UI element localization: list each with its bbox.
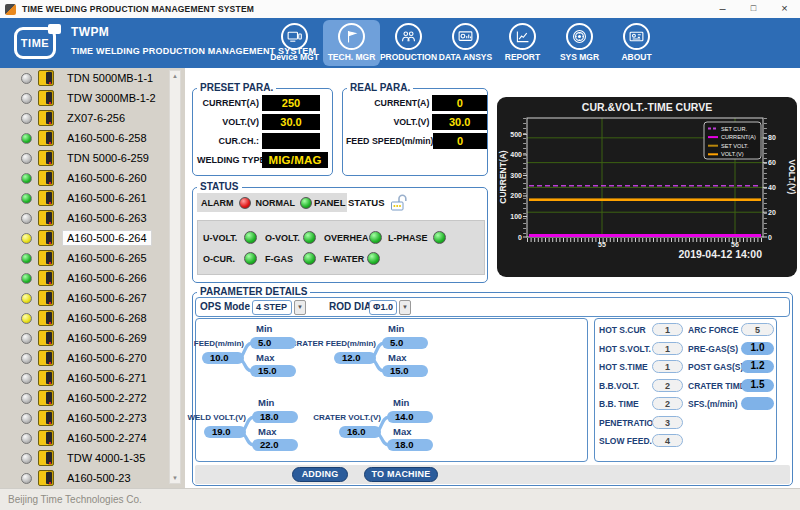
normal-label: NORMAL	[256, 198, 296, 208]
status-panel: STATUS ALARM NORMAL PANEL STATUS U-VOLT.…	[192, 187, 488, 283]
feed-speed-label: FEED SPEED(m/min)	[346, 136, 430, 146]
device-list-item[interactable]: A160-500-2-272	[0, 388, 168, 408]
param-field-pre-gas-s[interactable]: 1.0	[741, 342, 774, 355]
nav-item-data-ansys[interactable]: DATA ANSYS	[437, 20, 494, 66]
nav-item-report[interactable]: REPORT	[494, 20, 551, 66]
device-list-item[interactable]: A160-500-6-265	[0, 248, 168, 268]
param-field-b-b-time[interactable]: 2	[652, 397, 683, 410]
param-field-sfs-m-min[interactable]	[741, 397, 774, 410]
nav-item-about[interactable]: ABOUT	[608, 20, 665, 66]
set-value-field[interactable]: 10.0	[202, 352, 244, 364]
app-statusbar: Beijing Time Technologies Co.	[0, 488, 800, 510]
ops-mode-select[interactable]: 4 STEP ▼	[252, 300, 306, 315]
param-field-hot-s-cur[interactable]: 1	[652, 323, 683, 336]
device-list-item[interactable]: A160-500-23	[0, 468, 168, 488]
min-value-field[interactable]: 5.0	[382, 337, 428, 349]
device-list-item[interactable]: A160-500-6-258	[0, 128, 168, 148]
param-field-slow-feed[interactable]: 4	[652, 434, 683, 447]
scroll-down-icon[interactable]: ▼	[170, 475, 180, 481]
rod-dia-select[interactable]: Φ1.0 ▼	[369, 300, 411, 315]
sidebar-scrollbar[interactable]: ▲ ▼	[169, 70, 181, 484]
app-window: TIME WELDING PRODUCTION MANAGEMENT SYSTE…	[0, 0, 800, 510]
min-value-field[interactable]: 18.0	[252, 411, 298, 423]
device-list-item[interactable]: ZX07-6-256	[0, 108, 168, 128]
nav-label: DATA ANSYS	[439, 52, 492, 62]
extra-param-row: HOT S.CUR1ARC FORCE5	[595, 323, 776, 338]
panel-status: PANEL STATUS	[314, 193, 410, 212]
svg-text:0: 0	[518, 234, 522, 241]
welding-type-display: MIG/MAG	[262, 152, 328, 168]
device-list-item[interactable]: A160-500-6-267	[0, 288, 168, 308]
max-value-field[interactable]: 15.0	[250, 365, 296, 377]
close-icon[interactable]: ×	[769, 0, 800, 18]
param-field-b-b-volt[interactable]: 2	[652, 379, 683, 392]
param-field-crater-time-s[interactable]: 1.5	[741, 379, 774, 392]
chevron-down-icon[interactable]: ▼	[399, 300, 411, 315]
device-list-item[interactable]: A160-500-6-261	[0, 188, 168, 208]
nav-item-production[interactable]: PRODUCTION	[380, 20, 437, 66]
device-list-item[interactable]: TDN 5000-6-259	[0, 148, 168, 168]
real-current-label: CURRENT(A)	[346, 98, 429, 108]
svg-text:500: 500	[510, 131, 522, 138]
normal-led	[300, 197, 312, 209]
svg-text:55: 55	[598, 241, 606, 248]
status-led-gray	[21, 393, 32, 404]
param-field-penetration[interactable]: 3	[652, 416, 683, 429]
maximize-icon[interactable]: □	[738, 0, 769, 18]
param-label-hot-s-time: HOT S.TIME	[599, 362, 648, 372]
device-list-item[interactable]: A160-500-6-260	[0, 168, 168, 188]
device-list-item[interactable]: TDW 4000-1-35	[0, 448, 168, 468]
status-led-gray	[21, 213, 32, 224]
indicator-cell: O-CUR.	[203, 252, 265, 265]
device-list-item[interactable]: TDN 5000MB-1-1	[0, 68, 168, 88]
min-label: Min	[393, 397, 409, 408]
device-list-item[interactable]: A160-500-6-270	[0, 348, 168, 368]
max-value-field[interactable]: 18.0	[387, 439, 433, 451]
param-group-crater-volt-v: CRATER VOLT.(V)Min14.016.0Max18.0	[335, 396, 437, 454]
device-list-item[interactable]: A160-500-6-268	[0, 308, 168, 328]
status-led-gray	[21, 153, 32, 164]
tech-mgr-icon	[338, 23, 365, 50]
status-led-yellow	[21, 233, 32, 244]
max-value-field[interactable]: 15.0	[382, 365, 428, 377]
param-field-hot-s-time[interactable]: 1	[652, 360, 683, 373]
device-list-item[interactable]: A160-500-6-264	[0, 228, 168, 248]
max-value-field[interactable]: 22.0	[252, 439, 298, 451]
scroll-up-icon[interactable]: ▲	[170, 73, 180, 79]
welder-machine-icon	[38, 150, 54, 166]
l-phase-label: L-PHASE	[388, 233, 428, 243]
param-label-sfs-m-min: SFS.(m/min)	[688, 399, 738, 409]
set-value-field[interactable]: 19.0	[204, 426, 246, 438]
device-list-item[interactable]: A160-500-6-263	[0, 208, 168, 228]
set-value-field[interactable]: 16.0	[339, 426, 381, 438]
time-logo-text: TIME	[14, 27, 56, 59]
set-value-field[interactable]: 12.0	[334, 352, 376, 364]
device-list-item[interactable]: A160-500-2-273	[0, 408, 168, 428]
device-list-item[interactable]: A160-500-2-274	[0, 428, 168, 448]
minimize-icon[interactable]: –	[707, 0, 738, 18]
param-field-arc-force[interactable]: 5	[741, 323, 774, 336]
nav-item-device-mgt[interactable]: Device MGT	[266, 20, 323, 66]
min-value-field[interactable]: 14.0	[387, 411, 433, 423]
device-label: A160-500-6-260	[63, 171, 151, 185]
device-list-item[interactable]: A160-500-6-269	[0, 328, 168, 348]
nav-item-sys-mgr[interactable]: SYS MGR	[551, 20, 608, 66]
welder-machine-icon	[38, 90, 54, 106]
chevron-down-icon[interactable]: ▼	[294, 300, 306, 315]
nav-label: ABOUT	[621, 52, 651, 62]
nav-item-tech-mgr[interactable]: TECH. MGR	[323, 20, 380, 66]
preset-volt-label: VOLT.(V)	[197, 117, 259, 127]
preset-volt-display: 30.0	[262, 114, 320, 130]
device-list-item[interactable]: TDW 3000MB-1-2	[0, 88, 168, 108]
device-list-item[interactable]: A160-500-6-266	[0, 268, 168, 288]
svg-text:20: 20	[768, 209, 776, 216]
curve-chart: 01002003004005000204060805556CURRENT(A)V…	[497, 97, 797, 277]
min-value-field[interactable]: 5.0	[250, 337, 296, 349]
to-machine-button[interactable]: TO MACHINE	[364, 467, 438, 482]
param-group-label: WELD VOLT.(V)	[187, 413, 246, 422]
device-list-item[interactable]: A160-500-6-271	[0, 368, 168, 388]
param-field-post-gas-s[interactable]: 1.2	[741, 360, 774, 373]
ops-mode-label: OPS Mode	[200, 301, 250, 312]
adding-button[interactable]: ADDING	[292, 467, 348, 482]
param-field-hot-s-volt[interactable]: 1	[652, 342, 683, 355]
